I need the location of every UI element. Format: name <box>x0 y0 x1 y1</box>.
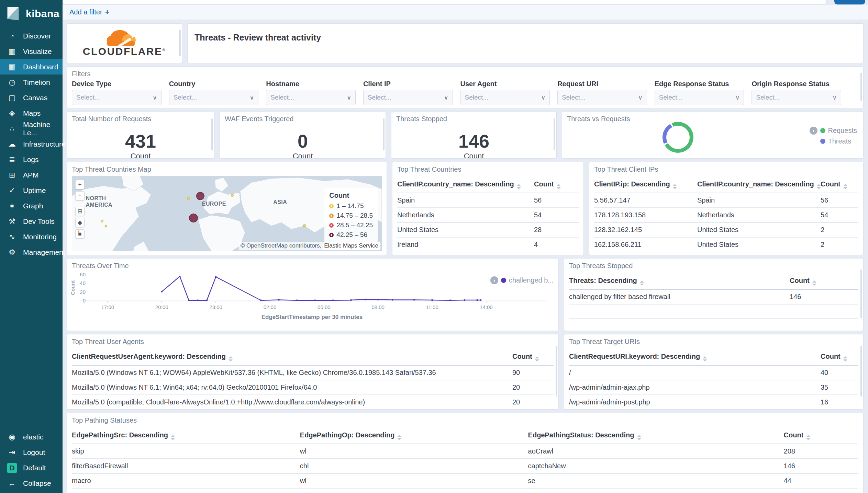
osm-attribution-link[interactable]: © OpenStreetMap contributors, <box>239 242 323 250</box>
column-header[interactable]: Count <box>534 177 579 193</box>
column-header[interactable]: EdgePathingSrc: Descending <box>72 428 300 444</box>
panel-scrollbar[interactable] <box>211 118 213 150</box>
filter-select-client-ip[interactable]: Select...∨ <box>363 90 453 105</box>
column-header[interactable]: Count <box>512 350 554 365</box>
table-cell: se <box>528 473 784 488</box>
table-cell: filterBasedFirewall <box>72 459 300 473</box>
elastic-maps-attribution[interactable]: Elastic Maps Service <box>323 242 380 250</box>
legend-expand-icon[interactable]: › <box>490 276 498 284</box>
column-header[interactable]: Count <box>821 350 858 365</box>
sidebar-item-machine-learning[interactable]: ∴Machine Le... <box>0 121 63 136</box>
crop-tool-button[interactable]: ⊞ <box>75 207 85 216</box>
panel-scrollbar[interactable] <box>860 73 862 101</box>
legend-range-label: 28.5 – 42.25 <box>336 221 373 229</box>
column-header[interactable]: EdgePathingOp: Descending <box>300 428 528 444</box>
metric-value: 146 <box>391 132 556 150</box>
map-canvas[interactable]: NORTH AMERICAEUROPEASIA +−⊞◆■ ◖ Count 1 … <box>72 176 382 251</box>
filter-select-edge-response-status[interactable]: Select...∨ <box>655 90 744 105</box>
svg-text:05:00: 05:00 <box>318 304 331 310</box>
filter-select-device-type[interactable]: Select...∨ <box>72 90 162 105</box>
sort-caret-icon <box>817 184 821 189</box>
table-cell: 2 <box>821 252 858 255</box>
panel-scrollbar[interactable] <box>383 118 385 150</box>
sidebar-item-uptime[interactable]: ✓Uptime <box>0 183 63 198</box>
kibana-logo[interactable]: kibana <box>0 0 63 28</box>
sidebar-item-dashboard[interactable]: ▦Dashboard <box>0 59 63 74</box>
series-label[interactable]: Threats <box>828 137 852 145</box>
panel-top-threat-countries-map: Top Threat Countries Map <box>67 162 387 255</box>
column-header[interactable]: Count <box>821 177 858 193</box>
column-header[interactable]: ClientIP.ip: Descending <box>594 177 697 193</box>
panel-scrollbar[interactable] <box>860 346 862 397</box>
data-table: ClientIP.country_name: DescendingCountSp… <box>397 177 579 255</box>
series-label[interactable]: challenged b... <box>509 276 554 284</box>
column-header[interactable]: ClientIP.country_name: Descending <box>697 177 821 193</box>
sidebar-item-logout[interactable]: ⇥Logout <box>0 445 63 460</box>
monitoring-icon: ∿ <box>7 232 17 241</box>
panel-title: Threats Stopped <box>391 112 556 123</box>
column-header-label: ClientIP.ip: Descending <box>594 180 670 188</box>
sidebar-item-space-default[interactable]: DDefault <box>0 460 63 475</box>
filter-select-user-agent[interactable]: Select...∨ <box>460 90 550 105</box>
sidebar-item-monitoring[interactable]: ∿Monitoring <box>0 229 63 244</box>
panel-scrollbar[interactable] <box>179 30 181 56</box>
sidebar-item-timelion[interactable]: ◷Timelion <box>0 74 63 90</box>
apm-icon: ⊞ <box>7 171 17 180</box>
add-filter-link[interactable]: Add a filter <box>69 8 102 16</box>
panel-scrollbar[interactable] <box>860 270 862 319</box>
panel-scrollbar[interactable] <box>554 118 555 150</box>
sidebar-item-canvas[interactable]: ▢Canvas <box>0 90 63 105</box>
filter-label: Country <box>169 80 259 88</box>
table-cell: Netherlands <box>697 208 821 222</box>
panel-title: WAF Events Triggered <box>220 112 386 123</box>
column-header[interactable]: Count <box>790 274 858 289</box>
panel-scrollbar[interactable] <box>556 346 557 397</box>
filter-select-request-uri[interactable]: Select...∨ <box>557 90 647 105</box>
query-bar[interactable] <box>63 0 827 4</box>
filter-label: User Agent <box>460 80 550 88</box>
sidebar-item-dev-tools[interactable]: ⚒Dev Tools <box>0 214 63 229</box>
filter-select-origin-response-status[interactable]: Select...∨ <box>752 90 841 105</box>
sidebar-item-apm[interactable]: ⊞APM <box>0 167 63 183</box>
sidebar-item-logs[interactable]: ≣Logs <box>0 152 63 167</box>
update-button[interactable] <box>834 0 865 4</box>
sidebar-item-management[interactable]: ⚙Management <box>0 244 63 260</box>
panel-top-threat-target-uris: Top Threat Target URIs ClientRequestURI.… <box>564 334 864 410</box>
series-label[interactable]: Requests <box>828 127 857 135</box>
column-header[interactable]: ClientIP.country_name: Descending <box>397 177 534 193</box>
sidebar-item-maps[interactable]: ◈Maps <box>0 105 63 121</box>
legend-range-label: 1 – 14.75 <box>336 202 364 210</box>
chevron-down-icon: ∨ <box>347 94 351 101</box>
add-filter-plus-icon[interactable]: + <box>105 8 110 17</box>
dashboard-icon: ▦ <box>7 62 17 71</box>
sidebar-item-discover[interactable]: ◔Discover <box>0 28 63 44</box>
table-cell: 178.128.193.158 <box>594 208 697 222</box>
sidebar-item-user-elastic[interactable]: ◉elastic <box>0 429 63 445</box>
table-cell: 28 <box>534 222 579 237</box>
column-header[interactable]: Count <box>784 428 858 444</box>
table-cell: 128.32.162.145 <box>594 222 697 237</box>
column-header[interactable]: Threats: Descending <box>569 274 790 289</box>
threats-vs-requests-donut[interactable] <box>663 122 693 153</box>
dev-tools-icon: ⚒ <box>7 217 17 226</box>
filter-group-request-uri: Request URISelect...∨ <box>557 80 647 105</box>
legend-expand-icon[interactable]: › <box>810 127 817 135</box>
sidebar-item-infrastructure[interactable]: ☁Infrastructure <box>0 136 63 152</box>
threats-over-time-chart[interactable]: 0204060Count17:0020:0023:0002:0005:0008:… <box>67 270 558 321</box>
map-attribution: © OpenStreetMap contributors, Elastic Ma… <box>239 242 380 250</box>
column-header[interactable]: EdgePathingStatus: Descending <box>528 428 784 444</box>
table-header-row: ClientRequestURI.keyword: DescendingCoun… <box>569 350 858 365</box>
sidebar-item-collapse[interactable]: ←Collapse <box>0 475 63 491</box>
kibana-logo-text: kibana <box>26 8 59 20</box>
column-header[interactable]: ClientRequestUserAgent.keyword: Descendi… <box>72 350 512 365</box>
filter-select-country[interactable]: Select...∨ <box>169 90 259 105</box>
page-title: Threats - Review threat activity <box>188 24 863 43</box>
zoom-in-button[interactable]: + <box>75 180 85 189</box>
table-cell: wl <box>300 444 528 459</box>
sidebar-item-visualize[interactable]: ▥Visualize <box>0 44 63 59</box>
column-header[interactable]: ClientRequestURI.keyword: Descending <box>569 350 821 365</box>
polygon-tool-button[interactable]: ◆ <box>75 218 85 227</box>
filter-select-hostname[interactable]: Select...∨ <box>266 90 356 105</box>
sidebar-item-graph[interactable]: ∗Graph <box>0 198 63 214</box>
zoom-out-button[interactable]: − <box>75 191 85 200</box>
